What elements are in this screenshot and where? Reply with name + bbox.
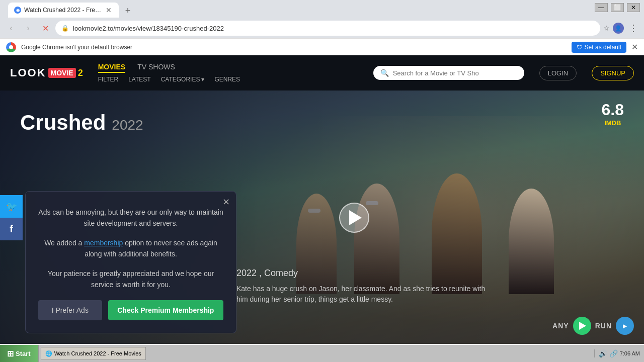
premium-membership-button[interactable]: Check Premium Membership	[108, 300, 223, 320]
main-nav: MOVIES TV SHOWS	[98, 63, 240, 73]
categories-button[interactable]: CATEGORIES ▾	[161, 76, 205, 83]
genres-button[interactable]: GENRES	[214, 76, 240, 83]
logo-look: LOOK	[10, 66, 46, 79]
taskbar-tray: 🔊 🔗 7:06 AM	[594, 349, 644, 357]
forward-button[interactable]: ›	[21, 21, 35, 35]
back-button[interactable]: ‹	[4, 21, 18, 35]
signup-button[interactable]: SIGNUP	[592, 66, 634, 80]
filter-button[interactable]: FILTER	[98, 76, 118, 83]
popup-text-3: Your patience is greatly appreciated and…	[38, 268, 223, 291]
address-bar[interactable]: 🔒 lookmovie2.to/movies/view/18345190-cru…	[55, 21, 600, 36]
nav-area: MOVIES TV SHOWS FILTER LATEST CATEGORIES…	[98, 63, 240, 83]
browser-tab[interactable]: ◉ Watch Crushed 2022 - Free Movies ✕	[8, 3, 119, 18]
set-default-button[interactable]: 🛡 Set as default	[572, 42, 626, 53]
site-content: LOOK MOVIE 2 MOVIES TV SHOWS FILTER LATE…	[0, 55, 644, 345]
popup-text-1: Ads can be annoying, but they are our on…	[38, 207, 223, 229]
taskbar-chrome-item[interactable]: 🌐 Watch Crushed 2022 - Free Movies	[41, 347, 146, 360]
search-bar[interactable]: 🔍	[373, 66, 524, 80]
filter-nav: FILTER LATEST CATEGORIES ▾ GENRES	[98, 76, 240, 83]
search-input[interactable]	[393, 69, 517, 77]
taskbar: ⊞ Start 🌐 Watch Crushed 2022 - Free Movi…	[0, 344, 644, 362]
browser-menu-icon[interactable]: ⋮	[627, 23, 640, 34]
notification-bar: Google Chrome isn't your default browser…	[0, 38, 644, 55]
nav-tvshows[interactable]: TV SHOWS	[137, 63, 175, 73]
maximize-button[interactable]: ⬜	[611, 3, 624, 12]
popup-overlay: ✕ Ads can be annoying, but they are our …	[0, 90, 644, 345]
taskbar-time: 7:06 AM	[620, 350, 640, 356]
tab-close-button[interactable]: ✕	[105, 6, 113, 14]
start-button[interactable]: ⊞ Start	[0, 345, 39, 362]
latest-button[interactable]: LATEST	[128, 76, 150, 83]
tab-favicon: ◉	[14, 7, 21, 14]
login-button[interactable]: LOGIN	[539, 66, 577, 80]
taskbar-item-label: Watch Crushed 2022 - Free Movies	[54, 350, 141, 356]
logo-suffix: 2	[78, 68, 83, 78]
reload-button[interactable]: ✕	[38, 21, 52, 35]
site-header: LOOK MOVIE 2 MOVIES TV SHOWS FILTER LATE…	[0, 55, 644, 90]
profile-icon[interactable]: 👤	[613, 23, 624, 34]
new-tab-button[interactable]: +	[121, 4, 135, 18]
prefer-ads-button[interactable]: I Prefer Ads	[38, 300, 102, 320]
volume-icon[interactable]: 🔊	[599, 349, 607, 357]
logo-movie: MOVIE	[48, 68, 76, 78]
windows-flag-icon: ⊞	[7, 349, 14, 358]
close-button[interactable]: ✕	[627, 3, 640, 12]
tab-title: Watch Crushed 2022 - Free Movies	[24, 7, 102, 14]
popup-text-2: We added a membership option to never se…	[38, 237, 223, 260]
network-icon: 🔗	[609, 349, 618, 357]
hero-section: Crushed 2022 6.8 IMDB 2022 , Comedy Kate…	[0, 90, 644, 345]
popup-close-button[interactable]: ✕	[222, 197, 230, 208]
taskbar-items: 🌐 Watch Crushed 2022 - Free Movies	[39, 347, 594, 360]
chevron-down-icon: ▾	[201, 76, 204, 83]
nav-movies[interactable]: MOVIES	[98, 63, 125, 73]
minimize-button[interactable]: —	[595, 3, 608, 12]
membership-link[interactable]: membership	[84, 239, 123, 247]
popup-buttons: I Prefer Ads Check Premium Membership	[38, 300, 223, 320]
chrome-logo-icon	[6, 42, 16, 52]
chrome-icon: 🌐	[45, 350, 52, 357]
url-text: lookmovie2.to/movies/view/18345190-crush…	[73, 25, 594, 32]
bookmark-icon[interactable]: ☆	[603, 24, 610, 32]
site-logo[interactable]: LOOK MOVIE 2	[10, 66, 83, 79]
notification-close-icon[interactable]: ✕	[631, 42, 638, 52]
shield-icon: 🛡	[577, 44, 583, 51]
notification-text: Google Chrome isn't your default browser	[21, 44, 567, 51]
search-icon: 🔍	[380, 69, 389, 77]
lock-icon: 🔒	[61, 25, 69, 32]
popup-dialog: ✕ Ads can be annoying, but they are our …	[25, 191, 236, 333]
